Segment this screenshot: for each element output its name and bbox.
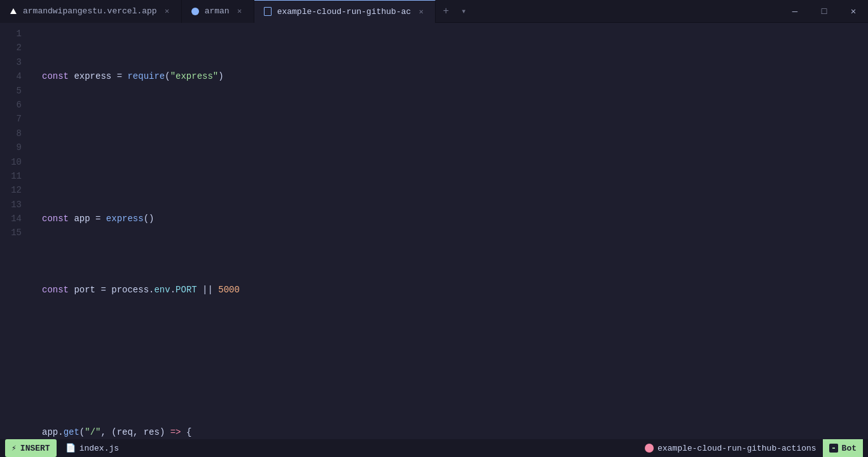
tab-arman[interactable]: arman ✕ (182, 0, 254, 23)
tab-dropdown-button[interactable]: ▾ (456, 0, 471, 23)
line-num-14: 14 (0, 212, 32, 226)
line-num-8: 8 (0, 126, 32, 140)
tab-vercel-close[interactable]: ✕ (162, 6, 172, 17)
code-line-6: app.get("/", (req, res) => { (42, 425, 868, 439)
svg-marker-0 (10, 8, 17, 14)
close-button[interactable]: ✕ (839, 0, 868, 23)
maximize-button[interactable]: □ (809, 0, 839, 23)
line-num-1: 1 (0, 27, 32, 41)
code-line-2 (42, 140, 868, 154)
line-num-11: 11 (0, 169, 32, 183)
svg-rect-3 (834, 447, 835, 449)
tab-vercel-label: armandwipangestu.vercel.app (23, 6, 157, 16)
code-line-5 (42, 354, 868, 368)
bot-label: Bot (842, 444, 857, 453)
line-num-4: 4 (0, 69, 32, 83)
status-mode: ⚡ INSERT (5, 439, 57, 457)
mode-icon: ⚡ (11, 443, 17, 453)
tab-arman-label: arman (205, 6, 230, 16)
file-name: index.js (79, 444, 119, 453)
new-tab-button[interactable]: + (436, 0, 456, 23)
status-repo: example-cloud-run-github-actions (638, 439, 823, 457)
tab-vercel[interactable]: armandwipangestu.vercel.app ✕ (0, 0, 182, 23)
mode-label: INSERT (20, 444, 50, 453)
editor[interactable]: 1 2 3 4 5 6 7 8 9 10 11 12 13 14 15 cons… (0, 23, 868, 439)
tab-cloud-close[interactable]: ✕ (416, 6, 426, 17)
tab-arman-favicon (191, 7, 200, 16)
status-bar: ⚡ INSERT 📄 index.js example-cloud-run-gi… (0, 439, 868, 457)
line-num-5: 5 (0, 84, 32, 98)
repo-icon (645, 444, 654, 453)
code-line-3: const app = express() (42, 212, 868, 226)
tab-arman-close[interactable]: ✕ (235, 6, 245, 17)
svg-rect-4 (833, 444, 834, 446)
svg-rect-2 (832, 447, 834, 449)
line-num-3: 3 (0, 55, 32, 69)
line-num-9: 9 (0, 140, 32, 154)
line-num-13: 13 (0, 198, 32, 212)
line-num-10: 10 (0, 155, 32, 169)
tab-cloud-label: example-cloud-run-github-ac (277, 7, 411, 17)
line-num-2: 2 (0, 41, 32, 55)
file-icon: 📄 (65, 443, 76, 453)
minimize-button[interactable]: — (780, 0, 809, 23)
status-right: example-cloud-run-github-actions Bot (638, 439, 863, 457)
tab-vercel-favicon (9, 7, 18, 16)
tab-cloud-favicon (263, 7, 272, 16)
line-num-15: 15 (0, 226, 32, 240)
window-controls: — □ ✕ (780, 0, 868, 23)
code-line-4: const port = process.env.PORT || 5000 (42, 283, 868, 297)
line-numbers: 1 2 3 4 5 6 7 8 9 10 11 12 13 14 15 (0, 23, 32, 439)
code-editor[interactable]: const express = require("express") const… (32, 23, 868, 439)
tab-cloud[interactable]: example-cloud-run-github-ac ✕ (254, 0, 436, 23)
code-line-1: const express = require("express") (42, 69, 868, 83)
line-num-12: 12 (0, 183, 32, 197)
bot-icon (829, 444, 838, 453)
repo-name: example-cloud-run-github-actions (658, 444, 816, 453)
status-file: 📄 index.js (59, 439, 125, 457)
line-num-6: 6 (0, 98, 32, 112)
line-num-7: 7 (0, 112, 32, 126)
status-bot: Bot (823, 439, 863, 457)
tab-bar: armandwipangestu.vercel.app ✕ arman ✕ ex… (0, 0, 868, 23)
